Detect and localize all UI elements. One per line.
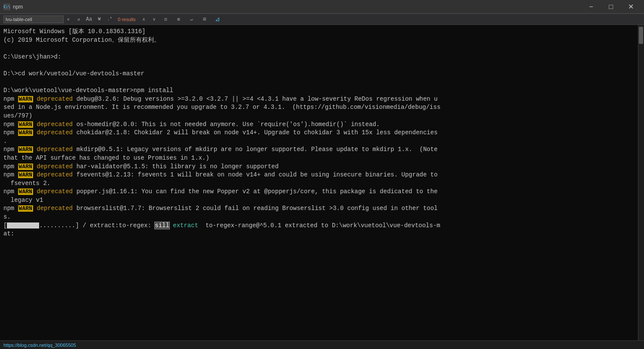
terminal-warn-line-6: npm WARN deprecated fsevents@1.2.13: fse… — [3, 171, 641, 179]
terminal-warn-line-1: npm WARN deprecated debug@3.2.6: Debug v… — [3, 95, 641, 104]
terminal-window: Microsoft Windows [版本 10.0.18363.1316] (… — [0, 25, 644, 349]
wrap-icon[interactable]: ↵ — [186, 15, 198, 23]
refresh-icon[interactable]: ↺ — [74, 15, 83, 23]
title-bar: C:\ npm − □ ✕ — [0, 0, 644, 14]
terminal-line-15: s. — [3, 213, 641, 222]
terminal-line-7 — [3, 78, 641, 87]
filter-icon[interactable]: ⊿ — [212, 15, 224, 23]
terminal-warn-line-4: npm WARN deprecated mkdirp@0.5.1: Legacy… — [3, 145, 641, 154]
minimize-button[interactable]: − — [581, 0, 601, 14]
warn-badge-8: WARN — [18, 205, 33, 212]
terminal-line-2: (c) 2019 Microsoft Corporation。保留所有权利。 — [3, 36, 641, 45]
close-button[interactable]: ✕ — [621, 0, 641, 14]
warn-badge-5: WARN — [18, 164, 33, 170]
search-input[interactable] — [3, 15, 64, 23]
navigation-icons: ∧ ∨ ⊡ ⊞ ↵ ≡ ⊿ — [139, 15, 224, 23]
scrollbar-thumb — [639, 27, 643, 44]
terminal-line-6: D:\>cd work/vuetool/vue-devtools-master — [3, 70, 641, 78]
split-icon[interactable]: ⊞ — [173, 15, 185, 23]
next-result-icon[interactable]: ∨ — [150, 15, 159, 23]
close-results-icon[interactable]: ⊡ — [160, 15, 172, 23]
terminal-line-16: at: — [3, 230, 641, 238]
more-icon[interactable]: ≡ — [199, 15, 211, 23]
regex-icon[interactable]: .* — [105, 15, 114, 23]
terminal-line-9: sed in a Node.js environment. It is reco… — [3, 103, 641, 112]
prev-result-icon[interactable]: ∧ — [139, 15, 149, 23]
font-icon[interactable]: Aa — [84, 15, 94, 23]
window-controls: − □ ✕ — [581, 0, 641, 14]
terminal-line-14: legacy v1 — [3, 196, 641, 205]
search-results-count: 0 results — [118, 17, 136, 22]
app-icon: C:\ — [3, 3, 10, 10]
terminal-line-11: . — [3, 137, 641, 146]
warn-badge-6: WARN — [18, 172, 33, 178]
terminal-warn-line-8: npm WARN deprecated browserslist@1.7.7: … — [3, 204, 641, 213]
status-bar: https://blog.csdn.net/qq_30065505 — [0, 340, 644, 349]
highlight-sill: sill — [155, 222, 169, 229]
terminal-warn-line-5: npm WARN deprecated har-validator@5.1.5:… — [3, 163, 641, 171]
terminal-warn-line-7: npm WARN deprecated popper.js@1.16.1: Yo… — [3, 188, 641, 196]
terminal-line-1: Microsoft Windows [版本 10.0.18363.1316] — [3, 28, 641, 36]
terminal-line-8: D:\work\vuetool\vue-devtools-master>npm … — [3, 86, 641, 95]
warn-badge-4: WARN — [18, 146, 33, 153]
terminal-line-4: C:\Users\jhan>d: — [3, 53, 641, 62]
search-bar: ✕ ↺ Aa W .* 0 results ∧ ∨ ⊡ ⊞ ↵ ≡ ⊿ — [0, 14, 644, 25]
status-bar-link: https://blog.csdn.net/qq_30065505 — [3, 343, 76, 348]
search-toolbar-icons: ✕ ↺ Aa W .* — [64, 15, 114, 23]
terminal-warn-line-3: npm WARN deprecated chokidar@2.1.8: Chok… — [3, 129, 641, 137]
warn-badge-7: WARN — [18, 188, 33, 195]
terminal-line-10: ues/797) — [3, 112, 641, 120]
maximize-button[interactable]: □ — [601, 0, 621, 14]
window-title: npm — [13, 4, 581, 10]
terminal-line-5 — [3, 61, 641, 70]
warn-badge: WARN — [18, 96, 33, 102]
terminal-warn-line-2: npm WARN deprecated os-homedir@2.0.0: Th… — [3, 120, 641, 129]
vertical-scrollbar[interactable] — [638, 25, 644, 349]
close-search-icon[interactable]: ✕ — [64, 15, 73, 23]
terminal-line-12: that the API surface has changed to use … — [3, 154, 641, 163]
terminal-line-13: fsevents 2. — [3, 179, 641, 188]
warn-badge-2: WARN — [18, 121, 33, 128]
terminal-line-3 — [3, 44, 641, 53]
terminal-progress-line: [..........] / extract:to-regex: sill ex… — [3, 222, 641, 230]
warn-badge-3: WARN — [18, 130, 33, 136]
word-icon[interactable]: W — [95, 15, 104, 23]
